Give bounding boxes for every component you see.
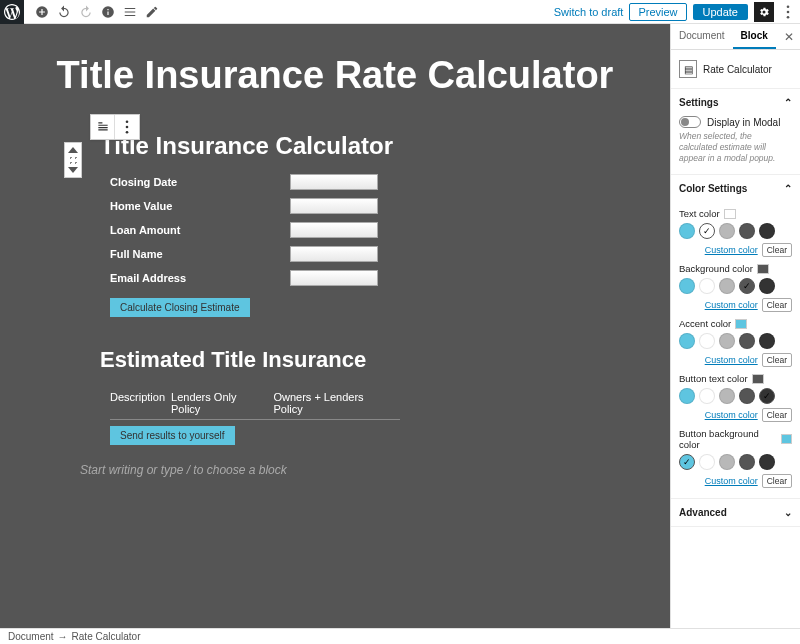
display-modal-toggle[interactable]: [679, 116, 701, 128]
outline-icon[interactable]: [120, 2, 140, 22]
edit-icon[interactable]: [142, 2, 162, 22]
bg-color-label: Background color: [679, 263, 753, 274]
block-toolbar: [90, 114, 140, 140]
clear-color-button[interactable]: Clear: [762, 408, 792, 422]
swatch-white[interactable]: [699, 454, 715, 470]
undo-icon[interactable]: [54, 2, 74, 22]
swatch-cyan[interactable]: [679, 278, 695, 294]
switch-draft-button[interactable]: Switch to draft: [554, 6, 624, 18]
wordpress-logo[interactable]: [0, 0, 24, 24]
color-settings-panel: Color Settings ⌃ Text color Custom color…: [671, 175, 800, 499]
close-sidebar-icon[interactable]: ✕: [784, 30, 794, 44]
swatch-dark[interactable]: [759, 454, 775, 470]
swatch-lightgray[interactable]: [719, 454, 735, 470]
swatch-gray[interactable]: [739, 388, 755, 404]
btn-bg-color-indicator: [781, 434, 792, 444]
custom-color-link[interactable]: Custom color: [705, 245, 758, 255]
svg-point-1: [787, 10, 790, 13]
block-name-row: ▤ Rate Calculator: [671, 50, 800, 89]
tab-document[interactable]: Document: [671, 24, 733, 49]
block-appender[interactable]: Start writing or type / to choose a bloc…: [80, 463, 620, 477]
block-icon: ▤: [679, 60, 697, 78]
custom-color-link[interactable]: Custom color: [705, 410, 758, 420]
display-modal-help: When selected, the calculated estimate w…: [679, 131, 792, 164]
settings-icon[interactable]: [754, 2, 774, 22]
home-value-label: Home Value: [110, 200, 290, 212]
sidebar-tabs: Document Block ✕: [671, 24, 800, 50]
home-value-input[interactable]: [290, 198, 378, 214]
update-button[interactable]: Update: [693, 4, 748, 20]
swatch-dark[interactable]: [759, 223, 775, 239]
bg-color-swatches: [679, 278, 792, 294]
swatch-white[interactable]: [699, 223, 715, 239]
redo-icon[interactable]: [76, 2, 96, 22]
swatch-cyan[interactable]: [679, 223, 695, 239]
breadcrumb-block[interactable]: Rate Calculator: [72, 631, 141, 642]
send-results-button[interactable]: Send results to yourself: [110, 426, 235, 445]
add-block-icon[interactable]: [32, 2, 52, 22]
clear-color-button[interactable]: Clear: [762, 474, 792, 488]
swatch-dark[interactable]: [759, 333, 775, 349]
swatch-gray[interactable]: [739, 454, 755, 470]
swatch-lightgray[interactable]: [719, 223, 735, 239]
block-more-icon[interactable]: [115, 115, 139, 139]
swatch-white[interactable]: [699, 388, 715, 404]
breadcrumb-document[interactable]: Document: [8, 631, 54, 642]
swatch-cyan[interactable]: [679, 388, 695, 404]
color-panel-toggle[interactable]: Color Settings ⌃: [671, 175, 800, 202]
advanced-panel-toggle[interactable]: Advanced ⌄: [671, 499, 800, 526]
btn-text-color-indicator: [752, 374, 764, 384]
block-drag-handle[interactable]: [64, 142, 82, 178]
toolbar-right: Switch to draft Preview Update: [554, 2, 800, 22]
custom-color-link[interactable]: Custom color: [705, 355, 758, 365]
svg-point-3: [126, 120, 129, 123]
tab-block[interactable]: Block: [733, 24, 776, 49]
rate-calculator-block[interactable]: Title Insurance Calculator Closing Date …: [70, 118, 600, 445]
swatch-white[interactable]: [699, 278, 715, 294]
svg-point-4: [126, 125, 129, 128]
swatch-gray[interactable]: [739, 278, 755, 294]
accent-color-label: Accent color: [679, 318, 731, 329]
block-type-icon[interactable]: [91, 115, 115, 139]
swatch-lightgray[interactable]: [719, 278, 735, 294]
swatch-cyan[interactable]: [679, 454, 695, 470]
settings-panel-toggle[interactable]: Settings ⌃: [671, 89, 800, 116]
swatch-dark[interactable]: [759, 278, 775, 294]
loan-amount-input[interactable]: [290, 222, 378, 238]
btn-bg-color-swatches: [679, 454, 792, 470]
swatch-cyan[interactable]: [679, 333, 695, 349]
page-title[interactable]: Title Insurance Rate Calculator: [50, 54, 620, 98]
email-input[interactable]: [290, 270, 378, 286]
swatch-gray[interactable]: [739, 333, 755, 349]
text-color-indicator: [724, 209, 736, 219]
btn-text-color-label: Button text color: [679, 373, 748, 384]
email-label: Email Address: [110, 272, 290, 284]
preview-button[interactable]: Preview: [629, 3, 686, 21]
more-icon[interactable]: [780, 2, 796, 22]
swatch-dark[interactable]: [759, 388, 775, 404]
svg-point-0: [787, 5, 790, 8]
clear-color-button[interactable]: Clear: [762, 353, 792, 367]
clear-color-button[interactable]: Clear: [762, 298, 792, 312]
chevron-up-icon: ⌃: [784, 97, 792, 108]
clear-color-button[interactable]: Clear: [762, 243, 792, 257]
btn-text-color-swatches: [679, 388, 792, 404]
custom-color-link[interactable]: Custom color: [705, 300, 758, 310]
btn-bg-color-label: Button background color: [679, 428, 777, 450]
editor-canvas[interactable]: Title Insurance Rate Calculator Title In…: [0, 24, 670, 628]
toolbar-left: [24, 2, 162, 22]
swatch-white[interactable]: [699, 333, 715, 349]
svg-point-5: [126, 131, 129, 134]
info-icon[interactable]: [98, 2, 118, 22]
custom-color-link[interactable]: Custom color: [705, 476, 758, 486]
svg-point-2: [787, 15, 790, 18]
advanced-panel: Advanced ⌄: [671, 499, 800, 527]
col-lenders: Lenders Only Policy: [171, 387, 273, 420]
swatch-gray[interactable]: [739, 223, 755, 239]
swatch-lightgray[interactable]: [719, 333, 735, 349]
full-name-input[interactable]: [290, 246, 378, 262]
closing-date-label: Closing Date: [110, 176, 290, 188]
calculate-button[interactable]: Calculate Closing Estimate: [110, 298, 250, 317]
swatch-lightgray[interactable]: [719, 388, 735, 404]
closing-date-input[interactable]: [290, 174, 378, 190]
